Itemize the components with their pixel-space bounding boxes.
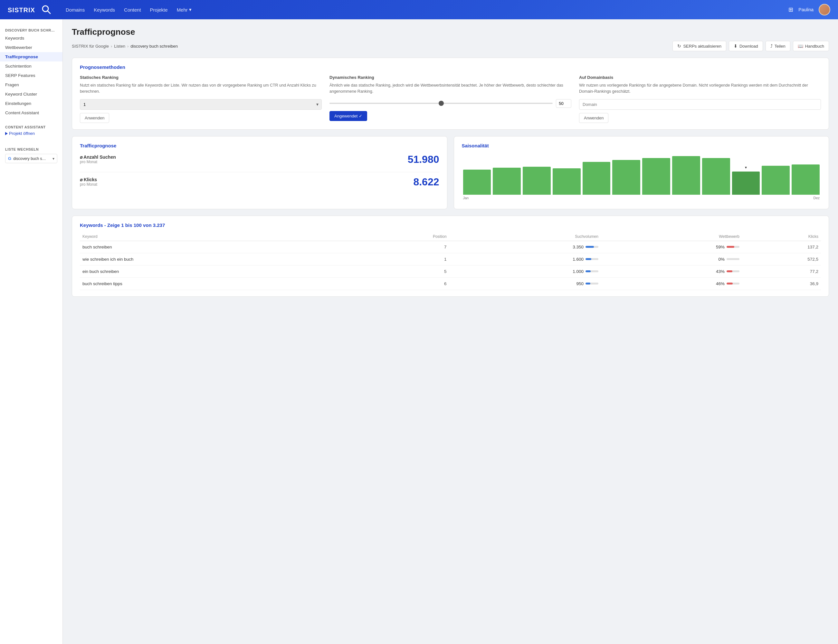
searches-value: 51.980: [408, 153, 439, 166]
nav-content[interactable]: Content: [120, 4, 145, 15]
content-assistant-title: CONTENT ASSISTANT: [5, 125, 57, 131]
bar-aug: [672, 156, 700, 195]
bar-col-dez[interactable]: [792, 156, 820, 195]
searches-sublabel: pro Monat: [80, 159, 116, 164]
bar-col-aug[interactable]: [672, 156, 700, 195]
bar-jan: [463, 169, 491, 195]
table-body: buch schreiben 7 3.350 59% 137,2 wie sch…: [80, 241, 821, 290]
list-selector[interactable]: G discovery buch s… ▾: [5, 154, 57, 163]
sidebar-item-einstellungen[interactable]: Einstellungen: [0, 99, 63, 108]
bar-col-nov[interactable]: [762, 156, 790, 195]
static-ranking-select[interactable]: 1 2 3: [80, 99, 322, 110]
list-switch-section: LISTE WECHSELN G discovery buch s… ▾: [0, 143, 63, 167]
domain-input[interactable]: [579, 99, 821, 110]
breadcrumb-listen[interactable]: Listen: [114, 44, 125, 49]
slider-track: [329, 103, 553, 104]
nav-domains[interactable]: Domains: [62, 4, 89, 15]
dynamic-ranking-desc: Ähnlich wie das statische Ranking, jedoc…: [329, 82, 571, 95]
sv-bar: [586, 246, 598, 248]
download-button[interactable]: ⬇ Download: [729, 41, 763, 51]
col-position: Position: [356, 232, 449, 241]
sidebar-item-wettbewerber[interactable]: Wettbewerber: [0, 43, 63, 52]
logo: SISTRIX: [8, 5, 51, 15]
wv-bar: [726, 246, 739, 248]
sidebar-item-content-assistant[interactable]: Content Assistant: [0, 108, 63, 117]
cell-keyword: buch schreiben tipps: [80, 278, 356, 290]
manual-button[interactable]: 📖 Handbuch: [793, 41, 829, 51]
cell-klicks: 77,2: [742, 265, 821, 278]
col-keyword: Keyword: [80, 232, 356, 241]
sidebar-item-keyword-cluster[interactable]: Keyword Cluster: [0, 89, 63, 99]
nav-keywords[interactable]: Keywords: [90, 4, 119, 15]
share-icon: ⤴: [770, 43, 773, 49]
domain-apply-button[interactable]: Anwenden: [579, 113, 608, 123]
bar-col-jul[interactable]: [642, 156, 670, 195]
refresh-icon: ↻: [677, 43, 681, 49]
sidebar-section-title: DISCOVERY BUCH SCHR…: [0, 26, 63, 33]
slider-thumb[interactable]: [439, 101, 444, 106]
table-row[interactable]: ein buch schreiben 5 1.000 43% 77,2: [80, 265, 821, 278]
col-wettbewerb: Wettbewerb: [601, 232, 742, 241]
table-row[interactable]: buch schreiben tipps 6 950 46% 36,9: [80, 278, 821, 290]
slider-value-input[interactable]: 50: [556, 99, 571, 108]
bar-okt: [732, 171, 760, 195]
chart-labels: Jan Dez: [462, 195, 821, 200]
searches-row: ⌀ Anzahl Suchen pro Monat 51.980: [80, 153, 439, 166]
avatar[interactable]: [819, 4, 830, 15]
sidebar-item-fragen[interactable]: Fragen: [0, 80, 63, 89]
table-row[interactable]: wie schreiben ich ein buch 1 1.600 0% 57…: [80, 253, 821, 265]
cell-keyword: buch schreiben: [80, 241, 356, 253]
clicks-label: ⌀ Klicks: [80, 177, 97, 182]
sidebar-item-serp-features[interactable]: SERP Features: [0, 71, 63, 80]
svg-line-2: [48, 11, 50, 13]
nav-mehr[interactable]: Mehr ▾: [173, 4, 196, 15]
nav-projekte[interactable]: Projekte: [146, 4, 172, 15]
project-open-btn[interactable]: Projekt öffnen: [5, 131, 57, 136]
action-buttons: ↻ SERPs aktualisieren ⬇ Download ⤴ Teile…: [672, 41, 829, 51]
static-apply-button[interactable]: Anwenden: [80, 113, 109, 123]
sv-bar: [586, 283, 598, 284]
wv-bar: [726, 283, 739, 284]
dynamic-ranking-title: Dynamisches Ranking: [329, 75, 571, 80]
clicks-sublabel: pro Monat: [80, 182, 97, 187]
cell-wettbewerb: 0%: [601, 253, 742, 265]
book-icon: 📖: [798, 43, 803, 49]
chart-container: Jan Dez: [462, 153, 821, 202]
keywords-table-wrap: Keyword Position Suchvolumen Wettbewerb …: [80, 232, 821, 290]
grid-icon[interactable]: ⊞: [789, 6, 793, 13]
col-klicks: Klicks: [742, 232, 821, 241]
bottom-grid: Trafficprognose ⌀ Anzahl Suchen pro Mona…: [72, 136, 829, 216]
cell-klicks: 36,9: [742, 278, 821, 290]
bar-mai: [583, 162, 611, 195]
bar-col-okt[interactable]: [732, 156, 760, 195]
list-name: discovery buch s…: [13, 156, 46, 161]
cell-keyword: wie schreiben ich ein buch: [80, 253, 356, 265]
triangle-icon: [5, 132, 8, 135]
sidebar-item-keywords[interactable]: Keywords: [0, 33, 63, 43]
table-row[interactable]: buch schreiben 7 3.350 59% 137,2: [80, 241, 821, 253]
domain-basis-col: Auf Domainbasis Wir nutzen uns vorliegen…: [579, 75, 821, 123]
searches-labels: ⌀ Anzahl Suchen pro Monat: [80, 154, 116, 166]
sidebar-item-trafficprognose[interactable]: Trafficprognose: [0, 52, 63, 61]
breadcrumb-sistrix[interactable]: SISTRIX für Google: [72, 44, 109, 49]
saisonality-title: Saisonalität: [462, 143, 821, 148]
header: SISTRIX Domains Keywords Content Projekt…: [0, 0, 838, 19]
bar-col-sep[interactable]: [702, 156, 730, 195]
svg-text:SISTRIX: SISTRIX: [8, 7, 35, 13]
share-button[interactable]: ⤴ Teilen: [766, 41, 790, 51]
sidebar-item-suchintention[interactable]: Suchintention: [0, 61, 63, 71]
wv-bar: [726, 270, 739, 272]
serps-button[interactable]: ↻ SERPs aktualisieren: [672, 41, 726, 51]
bar-jun: [612, 160, 640, 195]
keywords-card: Keywords - Zeige 1 bis 100 von 3.237 Key…: [72, 216, 829, 297]
dynamic-apply-button[interactable]: Angewendet ✓: [329, 111, 367, 121]
bar-col-mai[interactable]: [583, 156, 611, 195]
bar-col-jun[interactable]: [612, 156, 640, 195]
bar-col-feb[interactable]: [493, 156, 521, 195]
breadcrumb: SISTRIX für Google › Listen › discovery …: [72, 44, 178, 49]
bar-apr: [553, 168, 581, 195]
google-icon: G: [8, 156, 11, 161]
bar-col-mar[interactable]: [523, 156, 551, 195]
bar-col-jan[interactable]: [463, 156, 491, 195]
bar-col-apr[interactable]: [553, 156, 581, 195]
